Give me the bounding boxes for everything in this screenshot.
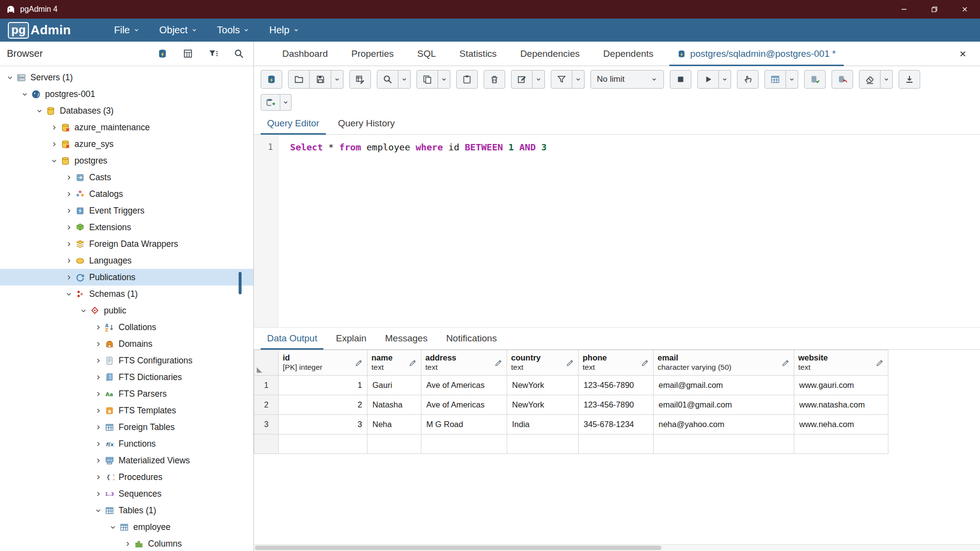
commit-button[interactable] (804, 70, 826, 89)
column-header-email[interactable]: emailcharacter varying (50) (654, 350, 794, 376)
save-options-caret[interactable] (331, 70, 343, 89)
cell-phone[interactable]: 123-456-7890 (579, 376, 654, 395)
chevron-right-icon[interactable] (63, 174, 74, 181)
delete-button[interactable] (484, 70, 505, 89)
menu-tools[interactable]: Tools (217, 24, 250, 36)
tab-query-history[interactable]: Query History (329, 112, 404, 134)
cell-country[interactable]: NewYork (507, 395, 579, 415)
column-header-name[interactable]: nametext (368, 350, 421, 376)
chevron-right-icon[interactable] (92, 324, 104, 331)
tree-item-foreign-data-wrappers[interactable]: Foreign Data Wrappers (0, 236, 253, 252)
row-number[interactable]: 2 (254, 395, 279, 415)
pencil-icon[interactable] (782, 359, 790, 367)
restore-button[interactable] (919, 0, 950, 19)
rollback-button[interactable] (832, 70, 853, 89)
filter-button[interactable] (551, 70, 572, 89)
code-area[interactable]: Select * from employee where id BETWEEN … (278, 135, 547, 327)
cell-country[interactable] (507, 434, 579, 454)
row-number[interactable]: 1 (254, 376, 279, 395)
row-limit-select[interactable]: No limit (590, 70, 664, 89)
tree-item-publications[interactable]: Publications (0, 269, 253, 286)
cell-name[interactable]: Gauri (368, 376, 421, 395)
pencil-icon[interactable] (494, 359, 503, 367)
save-file-button[interactable] (310, 70, 331, 89)
tree-item-employee[interactable]: employee (0, 519, 253, 535)
scrollbar-thumb[interactable] (255, 546, 662, 550)
pencil-icon[interactable] (566, 359, 574, 367)
cell-website[interactable]: www.gauri.com (794, 376, 888, 395)
chevron-right-icon[interactable] (92, 490, 104, 498)
menu-object[interactable]: Object (159, 24, 197, 36)
chevron-right-icon[interactable] (63, 274, 74, 281)
chevron-down-icon[interactable] (63, 290, 74, 298)
chevron-right-icon[interactable] (63, 207, 74, 215)
tab-dependencies[interactable]: Dependencies (509, 42, 591, 66)
tree-item-tables-1[interactable]: Tables (1) (0, 502, 253, 519)
tree-item-languages[interactable]: Languages (0, 252, 253, 269)
chevron-right-icon[interactable] (122, 540, 133, 548)
cell-address[interactable]: M G Road (421, 415, 507, 434)
filtered-rows-button[interactable] (205, 47, 221, 61)
new-query-button[interactable] (261, 70, 282, 89)
cell-phone[interactable]: 123-456-7890 (579, 395, 654, 415)
chevron-right-icon[interactable] (92, 357, 104, 364)
search-objects-button[interactable] (231, 47, 246, 61)
pencil-icon[interactable] (355, 359, 363, 367)
copy-options-caret[interactable] (438, 70, 450, 89)
tree-item-casts[interactable]: Casts (0, 169, 253, 186)
tree-item-azure-maintenance[interactable]: azure_maintenance (0, 119, 253, 136)
column-header-id[interactable]: id[PK] integer (279, 350, 368, 376)
copy-button[interactable] (416, 70, 438, 89)
download-results-button[interactable] (899, 70, 920, 89)
cell-name[interactable] (368, 434, 421, 454)
cell-name[interactable]: Neha (368, 415, 421, 434)
pan-button[interactable] (737, 70, 759, 89)
column-header-phone[interactable]: phonetext (579, 350, 654, 376)
edit-options-caret[interactable] (533, 70, 545, 89)
tree-item-public[interactable]: public (0, 302, 253, 319)
tab-postgres-sqladmin-postgres-001[interactable]: postgres/sqladmin@postgres-001 * (665, 42, 848, 66)
tree-item-functions[interactable]: f(x)Functions (0, 435, 253, 452)
open-file-button[interactable] (288, 70, 310, 89)
tree-item-extensions[interactable]: Extensions (0, 219, 253, 236)
pencil-icon[interactable] (641, 359, 649, 367)
cell-website[interactable]: www.natasha.com (794, 395, 888, 415)
chevron-down-icon[interactable] (19, 91, 30, 98)
chevron-right-icon[interactable] (92, 440, 104, 448)
tab-statistics[interactable]: Statistics (448, 42, 509, 66)
cell-id[interactable]: 1 (279, 376, 368, 395)
select-all-corner[interactable] (254, 350, 279, 376)
connection-caret[interactable] (280, 94, 292, 111)
tab-dependents[interactable]: Dependents (591, 42, 665, 66)
column-header-country[interactable]: countrytext (507, 350, 579, 376)
menu-help[interactable]: Help (269, 24, 299, 36)
tree-item-fts-templates[interactable]: aFTS Templates (0, 402, 253, 419)
tree-item-procedures[interactable]: { }Procedures (0, 469, 253, 485)
cell-id[interactable] (279, 434, 368, 454)
pencil-icon[interactable] (409, 359, 417, 367)
tree-item-servers-1[interactable]: Servers (1) (0, 69, 253, 86)
column-header-address[interactable]: addresstext (421, 350, 507, 376)
chevron-right-icon[interactable] (92, 457, 104, 464)
tree-item-collations[interactable]: AZCollations (0, 319, 253, 335)
tree-item-databases-3[interactable]: Databases (3) (0, 102, 253, 119)
tree-item-foreign-tables[interactable]: Foreign Tables (0, 419, 253, 435)
tree-item-event-triggers[interactable]: Event Triggers (0, 202, 253, 219)
tree-item-sequences[interactable]: 1..3Sequences (0, 485, 253, 502)
execute-options-caret[interactable] (719, 70, 731, 89)
tab-messages[interactable]: Messages (376, 328, 437, 349)
chevron-right-icon[interactable] (48, 141, 60, 148)
chevron-down-icon[interactable] (48, 157, 60, 165)
menu-file[interactable]: File (114, 24, 140, 36)
clear-options-caret[interactable] (881, 70, 893, 89)
tab-notifications[interactable]: Notifications (437, 328, 506, 349)
filter-options-caret[interactable] (572, 70, 585, 89)
chevron-right-icon[interactable] (92, 374, 104, 381)
find-button[interactable] (377, 70, 398, 89)
cell-email[interactable]: email@gmail.com (654, 376, 794, 395)
tree-item-postgres-001[interactable]: postgres-001 (0, 86, 253, 102)
tab-sql[interactable]: SQL (406, 42, 448, 66)
cell-website[interactable]: www.neha.com (794, 415, 888, 434)
execute-button[interactable] (697, 70, 719, 89)
chevron-down-icon[interactable] (77, 307, 89, 314)
